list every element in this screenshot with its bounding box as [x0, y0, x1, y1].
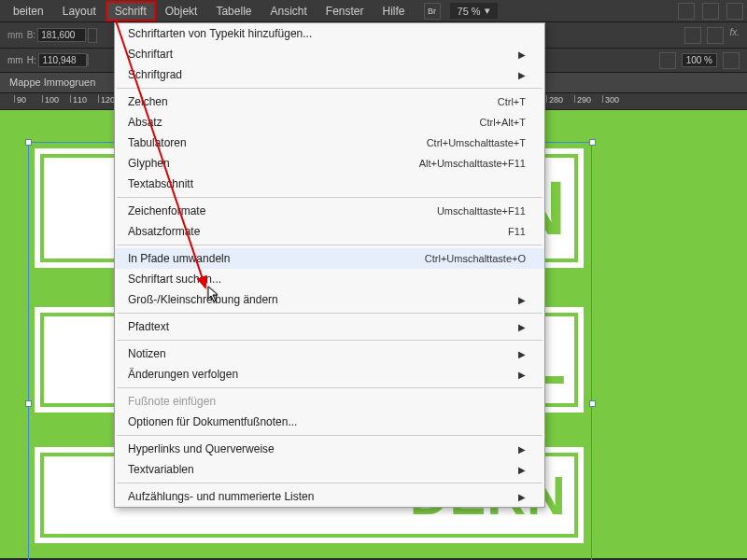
view-mode-icon[interactable]: [678, 3, 695, 20]
menu-item-label: In Pfade umwandeln: [128, 252, 425, 265]
height-label: H:: [27, 55, 36, 65]
width-label: B:: [27, 30, 35, 40]
menu-item-aufz-hlungs-und-nummerierte-listen[interactable]: Aufzählungs- und nummerierte Listen▶: [115, 486, 544, 507]
menu-item-pfadtext[interactable]: Pfadtext▶: [115, 316, 544, 337]
menu-item-label: Tabulatoren: [128, 136, 427, 149]
selection-handle[interactable]: [589, 400, 596, 407]
menu-separator: [117, 313, 543, 314]
width-input[interactable]: [37, 28, 86, 42]
zoom-level[interactable]: 75 % ▾: [450, 3, 498, 19]
menu-item-tabulatoren[interactable]: TabulatorenCtrl+Umschalttaste+T: [115, 133, 544, 153]
menu-shortcut: Ctrl+Umschalttaste+T: [427, 137, 526, 148]
menu-item-notizen[interactable]: Notizen▶: [115, 343, 544, 364]
stepper-icon[interactable]: [88, 28, 97, 43]
menu-item-textvariablen[interactable]: Textvariablen▶: [115, 459, 544, 480]
menu-item-label: Fußnote einfügen: [128, 395, 526, 408]
menu-item-label: Groß-/Kleinschreibung ändern: [128, 293, 518, 306]
menu-item-label: Absatz: [128, 116, 479, 129]
menu-item-label: Pfadtext: [128, 320, 518, 333]
menu-separator: [117, 387, 543, 388]
menu-item-label: Schriftarten von Typekit hinzufügen...: [128, 27, 526, 40]
menu-item-absatz[interactable]: AbsatzCtrl+Alt+T: [115, 112, 544, 133]
ruler-tick: 90: [14, 95, 26, 103]
schrift-dropdown: Schriftarten von Typekit hinzufügen...Sc…: [114, 22, 545, 508]
ruler-tick: 280: [546, 95, 563, 103]
selection-handle[interactable]: [25, 400, 32, 407]
menu-item-label: Schriftgrad: [128, 68, 518, 81]
menu-shortcut: F11: [508, 226, 526, 237]
menu-item-label: Absatzformate: [128, 225, 508, 238]
menu-item-nderungen-verfolgen[interactable]: Änderungen verfolgen▶: [115, 364, 544, 385]
menu-item-zeichen[interactable]: ZeichenCtrl+T: [115, 91, 544, 112]
submenu-arrow-icon: ▶: [518, 444, 526, 455]
opacity-value[interactable]: 100 %: [682, 53, 717, 67]
menu-item-objekt[interactable]: Objekt: [156, 1, 207, 21]
menu-item-ansicht[interactable]: Ansicht: [261, 1, 316, 21]
menu-separator: [117, 435, 543, 436]
menu-separator: [117, 197, 543, 198]
menu-shortcut: Ctrl+T: [498, 96, 526, 107]
menu-item-label: Textabschnitt: [128, 177, 526, 190]
menu-item-zeichenformate[interactable]: ZeichenformateUmschalttaste+F11: [115, 201, 544, 221]
menu-shortcut: Alt+Umschalttaste+F11: [419, 158, 526, 169]
menu-item-label: Aufzählungs- und nummerierte Listen: [128, 490, 518, 503]
menu-separator: [117, 88, 543, 89]
ruler-tick: 300: [602, 95, 619, 103]
fill-swatch-icon[interactable]: [684, 27, 701, 44]
menu-item-optionen-f-r-dokumentfu-noten[interactable]: Optionen für Dokumentfußnoten...: [115, 412, 544, 432]
menu-item-absatzformate[interactable]: AbsatzformateF11: [115, 221, 544, 242]
chevron-down-icon: ▾: [485, 5, 490, 17]
menu-item-schriftart-suchen[interactable]: Schriftart suchen...: [115, 269, 544, 289]
menu-item-glyphen[interactable]: GlyphenAlt+Umschalttaste+F11: [115, 153, 544, 174]
stroke-swatch-icon[interactable]: [707, 27, 724, 44]
menu-item-schrift[interactable]: Schrift: [106, 1, 156, 21]
menubar: beiten Layout Schrift Objekt Tabelle Ans…: [0, 0, 747, 22]
menu-item-schriftarten-von-typekit-hinzuf-gen[interactable]: Schriftarten von Typekit hinzufügen...: [115, 23, 544, 44]
menu-item-tabelle[interactable]: Tabelle: [206, 1, 261, 21]
submenu-arrow-icon: ▶: [518, 370, 526, 380]
ruler-tick: 120: [98, 95, 115, 103]
ruler-tick: 290: [574, 95, 591, 103]
menu-shortcut: Ctrl+Umschalttaste+O: [425, 253, 526, 264]
fx-label[interactable]: fx.: [729, 27, 740, 44]
menu-shortcut: Ctrl+Alt+T: [479, 117, 526, 128]
menu-item-gro-kleinschreibung-ndern[interactable]: Groß-/Kleinschreibung ändern▶: [115, 289, 544, 310]
screen-mode-icon[interactable]: [702, 3, 719, 20]
menu-separator: [117, 340, 543, 341]
menu-item-schriftart[interactable]: Schriftart▶: [115, 44, 544, 64]
menu-item-schriftgrad[interactable]: Schriftgrad▶: [115, 64, 544, 85]
menu-separator: [117, 245, 543, 245]
arrange-icon[interactable]: [726, 3, 743, 20]
selection-handle[interactable]: [589, 139, 596, 146]
menu-item-fu-note-einf-gen: Fußnote einfügen: [115, 391, 544, 412]
menu-item-label: Glyphen: [128, 157, 419, 170]
unit-label-2: mm: [7, 55, 23, 65]
menu-item-label: Notizen: [128, 347, 518, 360]
menu-item-label: Zeichen: [128, 95, 498, 108]
menu-separator: [117, 483, 543, 483]
stepper-icon[interactable]: [87, 54, 89, 66]
submenu-arrow-icon: ▶: [518, 492, 526, 502]
selection-handle[interactable]: [25, 139, 32, 146]
submenu-arrow-icon: ▶: [518, 295, 526, 305]
menu-item-label: Schriftart: [128, 48, 518, 61]
height-input[interactable]: [38, 53, 87, 67]
ruler-tick: 110: [70, 95, 87, 103]
menu-item-textabschnitt[interactable]: Textabschnitt: [115, 174, 544, 194]
menu-item-layout[interactable]: Layout: [53, 1, 106, 21]
effects-icon[interactable]: [723, 52, 740, 69]
menu-item-label: Schriftart suchen...: [128, 273, 526, 286]
menu-item-hyperlinks-und-querverweise[interactable]: Hyperlinks und Querverweise▶: [115, 439, 544, 459]
menu-item-fenster[interactable]: Fenster: [317, 1, 374, 21]
menu-item-bearbeiten[interactable]: beiten: [4, 1, 53, 21]
submenu-arrow-icon: ▶: [518, 49, 526, 60]
menu-item-in-pfade-umwandeln[interactable]: In Pfade umwandelnCtrl+Umschalttaste+O: [115, 248, 544, 269]
menu-item-label: Hyperlinks und Querverweise: [128, 442, 518, 455]
submenu-arrow-icon: ▶: [518, 322, 526, 332]
opacity-icon[interactable]: [659, 52, 676, 69]
menu-item-hilfe[interactable]: Hilfe: [374, 1, 415, 21]
bridge-icon[interactable]: Br: [424, 3, 441, 20]
submenu-arrow-icon: ▶: [518, 70, 526, 80]
menu-item-label: Zeichenformate: [128, 204, 437, 217]
submenu-arrow-icon: ▶: [518, 465, 526, 475]
